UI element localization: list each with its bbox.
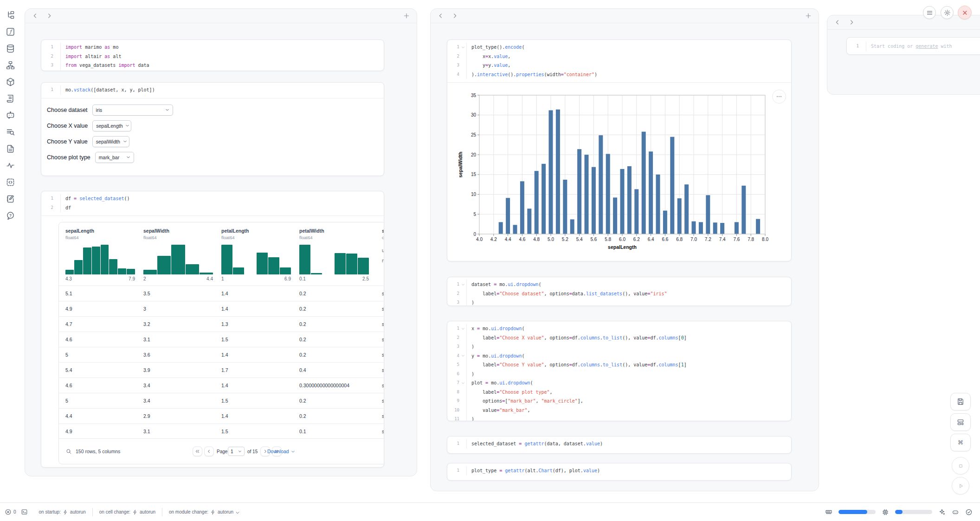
fold-chevron-icon — [459, 381, 466, 385]
column-left-scroll-right-button[interactable] — [45, 12, 53, 20]
autorun-setting[interactable]: on cell change:autorun — [93, 509, 162, 515]
svg-text:⌘: ⌘ — [958, 439, 963, 446]
sidebar-item-dependencies[interactable] — [0, 57, 20, 73]
dataframe-code-editor[interactable]: 1df = selected_dataset()2df — [41, 191, 384, 215]
column-right-scroll-right-button[interactable] — [848, 19, 855, 26]
code-line: 2 x=x.value, — [447, 52, 791, 61]
table-cell: setosa — [382, 286, 384, 301]
first-page-button[interactable] — [193, 447, 202, 456]
control-label: Choose Y value — [47, 138, 88, 145]
column-histogram — [143, 245, 213, 274]
settings-button[interactable] — [941, 6, 954, 19]
column-left-add-cell-button[interactable] — [403, 12, 410, 20]
sidebar-item-documentation[interactable] — [0, 140, 20, 157]
sidebar-item-file-explorer[interactable] — [0, 7, 20, 23]
notebook-menu-button[interactable] — [923, 6, 936, 19]
cell-empty[interactable]: 1 Start coding or generate with — [846, 37, 980, 55]
svg-text:6.4: 6.4 — [648, 237, 654, 242]
database-icon — [6, 44, 15, 53]
code-text: label="Choose dataset", options=data.lis… — [466, 289, 791, 299]
layout-toggle-button[interactable] — [950, 413, 971, 431]
table-column-header: petalLengthfloat6416.9 — [221, 222, 299, 286]
status-bar: 0 on startup:autorunon cell change:autor… — [0, 502, 980, 521]
table-cell: setosa — [382, 393, 384, 408]
xy-plot-dropdowns-code-editor[interactable]: 1x = mo.ui.dropdown(2 label="Choose X va… — [447, 321, 791, 421]
code-text: value="mark_bar", — [466, 406, 791, 415]
sidebar-item-functions[interactable]: ƒ — [0, 23, 20, 40]
terminal-button[interactable] — [21, 508, 28, 515]
code-text: label="Choose plot type", — [466, 388, 791, 397]
dataset-dropdown-code-editor[interactable]: 1dataset = mo.ui.dropdown(2 label="Choos… — [447, 277, 791, 306]
memory-usage-bar — [838, 510, 876, 514]
sidebar-item-profiler[interactable] — [0, 157, 20, 174]
x-value-select[interactable]: sepalLength — [92, 120, 131, 131]
column-middle-add-cell-button[interactable] — [805, 12, 812, 20]
sidebar-item-scratchpad[interactable] — [0, 190, 20, 207]
altair-chart[interactable]: 4.04.24.44.64.85.05.25.45.65.86.06.26.46… — [456, 89, 780, 256]
sidebar-item-help[interactable]: ? — [0, 207, 20, 224]
plot-type-code-editor[interactable]: 1plot_type = getattr(alt.Chart(df), plot… — [447, 463, 791, 479]
table-cell: 3.4 — [143, 378, 221, 393]
stop-button[interactable] — [952, 457, 969, 475]
svg-text:7.6: 7.6 — [733, 237, 740, 242]
generate-with-ai-link[interactable]: generate — [916, 44, 938, 49]
line-number: 1 — [447, 439, 459, 449]
imports-code-editor[interactable]: 1import marimo as mo2import altair as al… — [41, 40, 384, 71]
table-cell: 0.2 — [299, 347, 382, 362]
autorun-setting[interactable]: on module change:autorun — [162, 509, 246, 515]
table-cell: setosa — [382, 301, 384, 316]
search-icon[interactable] — [65, 448, 72, 455]
plot-type-select[interactable]: mark_bar — [95, 152, 134, 163]
sidebar-item-logs[interactable] — [0, 90, 20, 107]
command-palette-button[interactable]: ⌘ — [950, 434, 971, 451]
sidebar-item-chat[interactable] — [0, 107, 20, 124]
code-text: x=x.value, — [466, 52, 791, 61]
table-cell: 1.7 — [221, 363, 299, 378]
table-row: 5.13.51.40.2setosa — [59, 286, 384, 301]
sidebar-item-snippets[interactable] — [0, 174, 20, 190]
vstack-code-editor[interactable]: 1mo.vstack([dataset, x, y, plot]) — [41, 83, 384, 98]
column-max: 2.5 — [362, 276, 369, 281]
table-cell: 0.30000000000000004 — [299, 378, 382, 393]
save-button[interactable] — [950, 393, 971, 410]
ai-assist-button[interactable] — [938, 508, 946, 516]
error-indicator[interactable]: 0 — [5, 508, 16, 515]
svg-text:25: 25 — [471, 132, 477, 137]
copilot-button[interactable] — [952, 508, 959, 516]
table-cell: 1.3 — [221, 317, 299, 332]
plot-code-editor[interactable]: 1plot_type().encode(2 x=x.value,3 y=y.va… — [447, 40, 791, 82]
run-button[interactable] — [952, 477, 969, 495]
column-right-scroll-left-button[interactable] — [834, 19, 841, 26]
sidebar-item-packages[interactable] — [0, 73, 20, 90]
svg-text:35: 35 — [471, 93, 477, 98]
autorun-label: on module change: — [169, 509, 208, 514]
autorun-value: autorun — [70, 509, 86, 514]
dataframe-table: sepalLengthfloat644.37.9sepalWidthfloat6… — [58, 222, 384, 464]
table-cell: setosa — [382, 424, 384, 439]
column-middle-scroll-left-button[interactable] — [437, 12, 445, 20]
prev-page-button[interactable] — [204, 447, 214, 456]
page-select-value: 1 — [231, 449, 233, 454]
code-line: 1import marimo as mo — [41, 43, 384, 52]
column-middle-scroll-right-button[interactable] — [451, 12, 458, 20]
y-value-select[interactable]: sepalWidth — [92, 136, 129, 147]
dataset-select[interactable]: iris — [92, 104, 173, 116]
autorun-setting[interactable]: on startup:autorun — [32, 509, 92, 515]
shutdown-button[interactable] — [958, 6, 972, 20]
sidebar-item-tracebacks[interactable] — [0, 124, 20, 140]
table-row: 5.43.91.70.4setosa — [59, 362, 384, 378]
sidebar-item-datasources[interactable] — [0, 40, 20, 57]
chevron-down-icon — [235, 510, 240, 514]
svg-text:6.6: 6.6 — [662, 237, 668, 242]
autorun-label: on cell change: — [99, 509, 130, 514]
line-number: 6 — [447, 370, 459, 379]
selected-dataset-code-editor[interactable]: 1selected_dataset = getattr(data, datase… — [447, 436, 791, 452]
download-button[interactable]: Download — [267, 449, 295, 454]
code-line: 1x = mo.ui.dropdown( — [447, 324, 791, 333]
connection-status-icon[interactable] — [965, 508, 973, 516]
autorun-value: autorun — [140, 509, 155, 514]
column-left-scroll-left-button[interactable] — [32, 12, 39, 20]
page-select[interactable]: 1 — [228, 447, 245, 456]
code-line: 1plot_type = getattr(alt.Chart(df), plot… — [447, 466, 791, 475]
chart-options-button[interactable] — [772, 90, 786, 104]
